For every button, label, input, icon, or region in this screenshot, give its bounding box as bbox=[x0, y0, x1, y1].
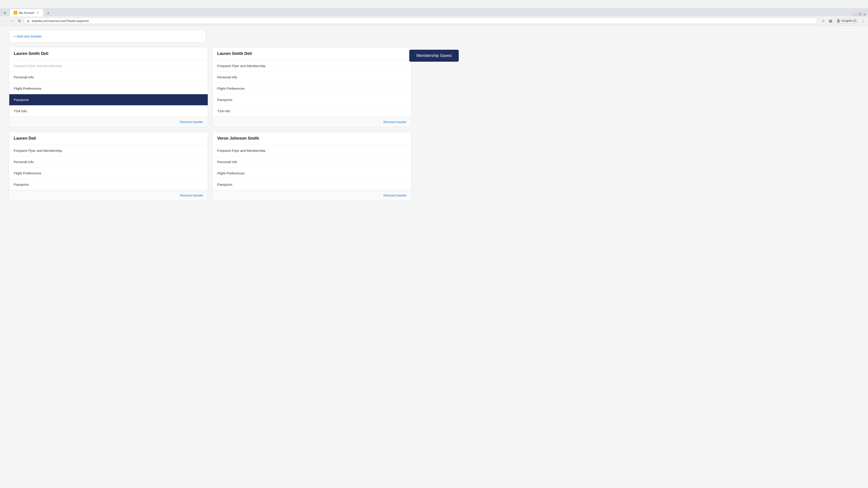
traveler-2-menu-item-0[interactable]: Frequent Flyer and Membership bbox=[9, 145, 208, 156]
incognito-label: Incognito (2) bbox=[841, 19, 857, 22]
traveler-0-menu-item-4[interactable]: TSA Info bbox=[9, 105, 208, 117]
restore-button[interactable]: ❐ bbox=[858, 13, 861, 16]
traveler-card-1: Lauren Smith DeliFrequent Flyer and Memb… bbox=[213, 47, 411, 127]
address-bar[interactable]: 🔒 expedia.com/user/account/?&selc=paymen… bbox=[24, 18, 817, 24]
remove-traveler-link-1[interactable]: Remove traveler bbox=[383, 120, 407, 124]
reload-button[interactable]: ↻ bbox=[16, 18, 23, 24]
traveler-card-0: Lauren Smith DeliFrequent Flyer and Memb… bbox=[9, 47, 208, 127]
traveler-0-menu-item-3[interactable]: Passports bbox=[9, 94, 208, 105]
traveler-card-footer-2: Remove traveler bbox=[9, 190, 208, 200]
traveler-0-menu-item-1[interactable]: Personal Info bbox=[9, 72, 208, 83]
menu-button[interactable]: ⋮ bbox=[860, 18, 866, 24]
incognito-icon: 🕵 bbox=[837, 19, 840, 22]
traveler-name-2: Lauren Deli bbox=[9, 132, 208, 145]
traveler-0-menu-item-0[interactable]: Frequent Flyer and Membership bbox=[9, 60, 208, 72]
traveler-grid: Lauren Smith DeliFrequent Flyer and Memb… bbox=[9, 47, 411, 201]
new-tab-button[interactable]: + bbox=[45, 10, 51, 16]
traveler-card-2: Lauren DeliFrequent Flyer and Membership… bbox=[9, 132, 208, 201]
traveler-3-menu-item-2[interactable]: Flight Preferences bbox=[213, 168, 411, 179]
traveler-card-footer-0: Remove traveler bbox=[9, 117, 208, 127]
tab-list-button[interactable]: ▼ bbox=[2, 10, 8, 16]
close-window-button[interactable]: ✕ bbox=[863, 13, 866, 16]
traveler-0-menu-item-2[interactable]: Flight Preferences bbox=[9, 83, 208, 94]
remove-traveler-link-0[interactable]: Remove traveler bbox=[180, 120, 203, 124]
url-text: expedia.com/user/account/?&selc=payment bbox=[32, 19, 89, 23]
traveler-card-3: Veron Johnson SmithFrequent Flyer and Me… bbox=[213, 132, 411, 201]
traveler-name-0: Lauren Smith Deli bbox=[9, 47, 208, 60]
tab-bar: ▼ ✦ My Account ✕ + — ❐ ✕ bbox=[0, 8, 868, 16]
traveler-card-footer-3: Remove traveler bbox=[213, 190, 411, 200]
traveler-1-menu-item-1[interactable]: Personal Info bbox=[213, 72, 411, 83]
traveler-card-footer-1: Remove traveler bbox=[213, 117, 411, 127]
tab-title: My Account bbox=[19, 11, 34, 14]
traveler-3-menu-item-0[interactable]: Frequent Flyer and Membership bbox=[213, 145, 411, 156]
traveler-3-menu-item-1[interactable]: Personal Info bbox=[213, 156, 411, 168]
traveler-1-menu-item-4[interactable]: TSA Info bbox=[213, 105, 411, 117]
traveler-1-menu-item-2[interactable]: Flight Preferences bbox=[213, 83, 411, 94]
traveler-2-menu-item-1[interactable]: Personal Info bbox=[9, 156, 208, 168]
traveler-3-menu-item-3[interactable]: Passports bbox=[213, 179, 411, 190]
traveler-name-1: Lauren Smith Deli bbox=[213, 47, 411, 60]
add-traveler-bar: + Add new traveler bbox=[9, 30, 206, 42]
lock-icon: 🔒 bbox=[26, 19, 30, 22]
back-button[interactable]: ← bbox=[2, 18, 8, 24]
traveler-2-menu-item-3[interactable]: Passports bbox=[9, 179, 208, 190]
forward-button[interactable]: → bbox=[9, 18, 16, 24]
sidebar-button[interactable]: ▤ bbox=[827, 18, 834, 24]
incognito-button[interactable]: 🕵 Incognito (2) bbox=[835, 18, 859, 24]
traveler-name-3: Veron Johnson Smith bbox=[213, 132, 411, 145]
tab-favicon: ✦ bbox=[13, 11, 17, 14]
minimize-button[interactable]: — bbox=[852, 13, 856, 16]
add-traveler-link[interactable]: + Add new traveler bbox=[14, 34, 42, 38]
title-bar bbox=[0, 0, 868, 8]
traveler-1-menu-item-0[interactable]: Frequent Flyer and Membership bbox=[213, 60, 411, 72]
toolbar-right: ☆ ▤ 🕵 Incognito (2) ⋮ bbox=[820, 18, 866, 24]
remove-traveler-link-3[interactable]: Remove traveler bbox=[383, 194, 407, 197]
browser-chrome: ▼ ✦ My Account ✕ + — ❐ ✕ ← → ↻ 🔒 expedia… bbox=[0, 0, 868, 26]
traveler-2-menu-item-2[interactable]: Flight Preferences bbox=[9, 168, 208, 179]
traveler-1-menu-item-3[interactable]: Passports bbox=[213, 94, 411, 105]
tab-close-button[interactable]: ✕ bbox=[36, 11, 39, 14]
toolbar: ← → ↻ 🔒 expedia.com/user/account/?&selc=… bbox=[0, 16, 868, 25]
page-content: + Add new traveler Lauren Smith DeliFreq… bbox=[0, 26, 868, 488]
remove-traveler-link-2[interactable]: Remove traveler bbox=[180, 194, 203, 197]
active-tab[interactable]: ✦ My Account ✕ bbox=[10, 9, 43, 16]
bookmark-button[interactable]: ☆ bbox=[820, 18, 827, 24]
